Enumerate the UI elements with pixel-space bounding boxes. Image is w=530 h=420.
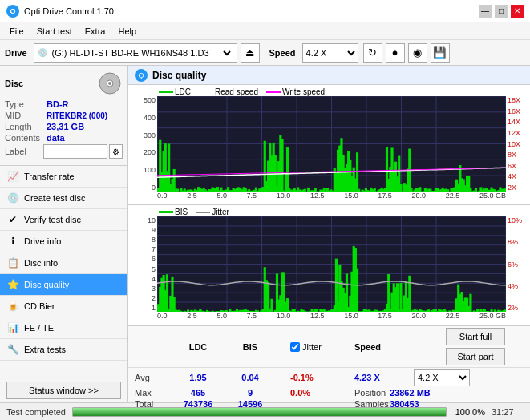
avg-bis: 0.04: [226, 373, 274, 382]
menu-extra[interactable]: Extra: [79, 25, 112, 38]
avg-jitter: -0.1%: [290, 373, 354, 382]
position-value: 23862 MB: [390, 388, 431, 398]
nav-verify-test-disc-label: Verify test disc: [24, 215, 81, 224]
minimize-button[interactable]: —: [479, 5, 492, 18]
disc-contents-row: Contents data: [5, 133, 123, 143]
nav-cd-bier-label: CD Bier: [24, 301, 55, 311]
main-layout: Disc Type BD-R MID RITEKBR2 (000) Lengt: [0, 66, 530, 402]
stats-max-row: Max 465 9 0.0% Position 23862 MB: [128, 387, 530, 398]
chart2-container: BIS Jitter 10 9 8 7 6 5 4 3: [128, 205, 530, 325]
maximize-button[interactable]: □: [495, 5, 508, 18]
disc-button1[interactable]: ●: [386, 43, 405, 63]
legend-bis-label: BIS: [175, 208, 188, 216]
drive-select[interactable]: (G:) HL-DT-ST BD-RE WH16NS48 1.D3: [49, 44, 233, 62]
legend-bis: BIS: [159, 208, 188, 216]
main-content: Q Disc quality LDC Read speed: [128, 66, 530, 402]
nav-verify-test-disc[interactable]: ✔ Verify test disc: [0, 209, 127, 231]
label-input[interactable]: [43, 144, 107, 159]
stats-header-row: LDC BIS Jitter Speed Start full Start pa…: [128, 326, 530, 368]
speed-select-container: 4.2 X: [414, 369, 470, 386]
menu-start-test[interactable]: Start test: [30, 25, 79, 38]
nav-drive-info[interactable]: ℹ Drive info: [0, 231, 127, 252]
refresh-button[interactable]: ↻: [363, 43, 382, 63]
titlebar-controls: — □ ✕: [479, 5, 524, 18]
nav-items: 📈 Transfer rate 💿 Create test disc ✔ Ver…: [0, 166, 127, 361]
speed-avg: 4.23 X: [354, 373, 411, 382]
max-label: Max: [135, 388, 170, 398]
nav-create-test-disc-label: Create test disc: [24, 193, 85, 203]
disc-image: [97, 71, 123, 96]
bis-header: BIS: [226, 342, 274, 352]
legend-jitter: Jitter: [196, 208, 229, 216]
disc-label-row: Label ⚙: [5, 144, 123, 159]
legend-write-label: Write speed: [282, 87, 325, 96]
legend-ldc: LDC: [159, 87, 191, 96]
time-text: 31:27: [492, 407, 524, 417]
nav-transfer-rate[interactable]: 📈 Transfer rate: [0, 166, 127, 188]
close-button[interactable]: ✕: [511, 5, 524, 18]
nav-create-test-disc[interactable]: 💿 Create test disc: [0, 188, 127, 209]
start-part-button[interactable]: Start part: [446, 348, 505, 365]
menu-file[interactable]: File: [3, 25, 30, 38]
fe-te-icon: 📊: [6, 321, 19, 334]
contents-value: data: [47, 133, 65, 143]
progress-bar-fill: [73, 408, 446, 416]
chart2-y-left: 10 9 8 7 6 5 4 3 2 1: [128, 216, 157, 312]
disc-header: Disc: [5, 71, 123, 96]
length-value: 23,31 GB: [47, 122, 84, 131]
status-window-button[interactable]: Status window >>: [6, 382, 121, 399]
legend-read-color: [199, 91, 213, 93]
menu-help[interactable]: Help: [111, 25, 143, 38]
jitter-header: Jitter: [290, 342, 354, 352]
drive-info-icon: ℹ: [6, 235, 19, 248]
svg-point-2: [108, 82, 111, 85]
titlebar-title: Opti Drive Control 1.70: [24, 6, 114, 16]
disc-section: Disc Type BD-R MID RITEKBR2 (000) Lengt: [0, 66, 127, 166]
label-field-label: Label: [5, 147, 43, 156]
stats-avg-row: Avg 1.95 0.04 -0.1% 4.23 X 4.2 X: [128, 368, 530, 387]
length-label: Length: [5, 122, 47, 131]
label-button[interactable]: ⚙: [109, 144, 123, 159]
chart2-canvas: [157, 216, 506, 312]
type-label: Type: [5, 99, 47, 109]
disc-quality-icon: ⭐: [6, 278, 19, 291]
speed-select-bottom[interactable]: 4.2 X: [414, 369, 470, 386]
nav-disc-info[interactable]: 📋 Disc info: [0, 252, 127, 274]
chart2-y-right: 10% 8% 6% 4% 2%: [506, 216, 530, 312]
type-value: BD-R: [47, 99, 69, 109]
nav-fe-te-label: FE / TE: [24, 323, 54, 333]
legend-ldc-color: [159, 91, 173, 93]
save-button[interactable]: 💾: [431, 43, 450, 63]
progress-pct: 100.0%: [453, 407, 485, 417]
disc-section-title: Disc: [5, 79, 23, 88]
status-text: Test completed: [6, 407, 66, 417]
titlebar-left: O Opti Drive Control 1.70: [6, 5, 114, 18]
chart1-legend: LDC Read speed Write speed: [128, 86, 530, 98]
nav-extra-tests[interactable]: 🔧 Extra tests: [0, 339, 127, 361]
speed-select[interactable]: 4.2 X: [302, 43, 358, 63]
content-header: Q Disc quality: [128, 66, 530, 85]
nav-disc-quality[interactable]: ⭐ Disc quality: [0, 274, 127, 296]
progress-bar-container: [72, 407, 447, 417]
nav-transfer-rate-label: Transfer rate: [24, 172, 75, 181]
charts-area: LDC Read speed Write speed 500 400 300: [128, 85, 530, 402]
content-header-icon: Q: [135, 69, 148, 82]
mid-label: MID: [5, 111, 47, 120]
start-full-button[interactable]: Start full: [446, 328, 505, 345]
ldc-header: LDC: [170, 342, 226, 352]
position-label: Position: [354, 388, 390, 398]
verify-test-disc-icon: ✔: [6, 213, 19, 226]
disc-type-row: Type BD-R: [5, 99, 123, 109]
speed-header: Speed: [354, 342, 411, 352]
eject-button[interactable]: ⏏: [241, 43, 260, 63]
nav-cd-bier[interactable]: 🍺 CD Bier: [0, 296, 127, 317]
disc-button2[interactable]: ◉: [408, 43, 427, 63]
contents-label: Contents: [5, 133, 47, 143]
create-test-disc-icon: 💿: [6, 192, 19, 204]
legend-write-color: [266, 91, 281, 93]
titlebar: O Opti Drive Control 1.70 — □ ✕: [0, 0, 530, 22]
legend-bis-color: [159, 211, 173, 213]
nav-extra-tests-label: Extra tests: [24, 345, 66, 354]
nav-fe-te[interactable]: 📊 FE / TE: [0, 317, 127, 339]
jitter-checkbox[interactable]: [290, 342, 300, 352]
